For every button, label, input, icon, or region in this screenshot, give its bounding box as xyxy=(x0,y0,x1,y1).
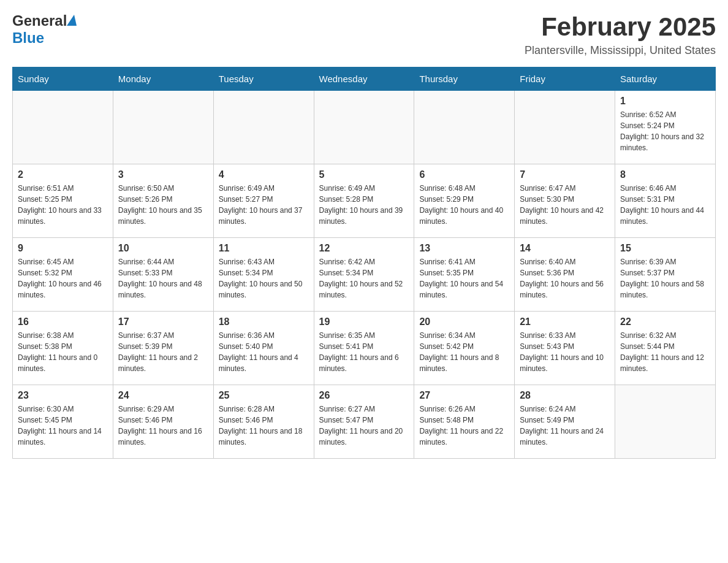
day-number: 19 xyxy=(319,316,409,327)
col-friday: Friday xyxy=(515,67,615,91)
calendar-week-row-3: 9Sunrise: 6:45 AMSunset: 5:32 PMDaylight… xyxy=(13,238,716,312)
day-number: 13 xyxy=(419,243,509,254)
calendar-cell: 13Sunrise: 6:41 AMSunset: 5:35 PMDayligh… xyxy=(414,238,515,312)
calendar-cell: 4Sunrise: 6:49 AMSunset: 5:27 PMDaylight… xyxy=(213,164,314,238)
day-info: Sunrise: 6:24 AMSunset: 5:49 PMDaylight:… xyxy=(520,404,610,448)
day-number: 9 xyxy=(18,243,108,254)
calendar-cell: 12Sunrise: 6:42 AMSunset: 5:34 PMDayligh… xyxy=(314,238,414,312)
day-number: 3 xyxy=(118,169,208,180)
day-number: 25 xyxy=(219,390,309,401)
calendar-week-row-1: 1Sunrise: 6:52 AMSunset: 5:24 PMDaylight… xyxy=(13,91,716,164)
day-info: Sunrise: 6:30 AMSunset: 5:45 PMDaylight:… xyxy=(18,404,108,448)
day-info: Sunrise: 6:52 AMSunset: 5:24 PMDaylight:… xyxy=(620,109,710,153)
day-number: 17 xyxy=(118,316,208,327)
calendar-cell: 6Sunrise: 6:48 AMSunset: 5:29 PMDaylight… xyxy=(414,164,515,238)
calendar-cell xyxy=(113,91,213,164)
calendar-cell xyxy=(314,91,414,164)
calendar-cell: 22Sunrise: 6:32 AMSunset: 5:44 PMDayligh… xyxy=(615,312,716,385)
calendar-cell: 19Sunrise: 6:35 AMSunset: 5:41 PMDayligh… xyxy=(314,312,414,385)
day-info: Sunrise: 6:49 AMSunset: 5:27 PMDaylight:… xyxy=(219,183,309,227)
day-info: Sunrise: 6:29 AMSunset: 5:46 PMDaylight:… xyxy=(118,404,208,448)
calendar-cell: 17Sunrise: 6:37 AMSunset: 5:39 PMDayligh… xyxy=(113,312,213,385)
col-sunday: Sunday xyxy=(13,67,113,91)
day-info: Sunrise: 6:42 AMSunset: 5:34 PMDaylight:… xyxy=(319,256,409,301)
day-info: Sunrise: 6:32 AMSunset: 5:44 PMDaylight:… xyxy=(620,330,710,374)
calendar-cell: 24Sunrise: 6:29 AMSunset: 5:46 PMDayligh… xyxy=(113,385,213,459)
col-tuesday: Tuesday xyxy=(213,67,314,91)
day-number: 8 xyxy=(620,169,710,180)
day-number: 18 xyxy=(219,316,309,327)
calendar-week-row-2: 2Sunrise: 6:51 AMSunset: 5:25 PMDaylight… xyxy=(13,164,716,238)
calendar-cell xyxy=(13,91,113,164)
day-info: Sunrise: 6:36 AMSunset: 5:40 PMDaylight:… xyxy=(219,330,309,374)
calendar-cell xyxy=(615,385,716,459)
day-info: Sunrise: 6:50 AMSunset: 5:26 PMDaylight:… xyxy=(118,183,208,227)
calendar-cell: 2Sunrise: 6:51 AMSunset: 5:25 PMDaylight… xyxy=(13,164,113,238)
calendar-cell: 27Sunrise: 6:26 AMSunset: 5:48 PMDayligh… xyxy=(414,385,515,459)
day-number: 2 xyxy=(18,169,108,180)
col-thursday: Thursday xyxy=(414,67,515,91)
calendar-cell: 1Sunrise: 6:52 AMSunset: 5:24 PMDaylight… xyxy=(615,91,716,164)
day-info: Sunrise: 6:27 AMSunset: 5:47 PMDaylight:… xyxy=(319,404,409,448)
calendar-cell: 15Sunrise: 6:39 AMSunset: 5:37 PMDayligh… xyxy=(615,238,716,312)
day-info: Sunrise: 6:41 AMSunset: 5:35 PMDaylight:… xyxy=(419,256,509,301)
day-number: 10 xyxy=(118,243,208,254)
day-number: 5 xyxy=(319,169,409,180)
calendar-cell: 10Sunrise: 6:44 AMSunset: 5:33 PMDayligh… xyxy=(113,238,213,312)
calendar-week-row-5: 23Sunrise: 6:30 AMSunset: 5:45 PMDayligh… xyxy=(13,385,716,459)
day-info: Sunrise: 6:44 AMSunset: 5:33 PMDaylight:… xyxy=(118,256,208,301)
day-info: Sunrise: 6:49 AMSunset: 5:28 PMDaylight:… xyxy=(319,183,409,227)
day-info: Sunrise: 6:26 AMSunset: 5:48 PMDaylight:… xyxy=(419,404,509,448)
day-number: 22 xyxy=(620,316,710,327)
day-number: 28 xyxy=(520,390,610,401)
calendar-cell: 16Sunrise: 6:38 AMSunset: 5:38 PMDayligh… xyxy=(13,312,113,385)
calendar-cell: 23Sunrise: 6:30 AMSunset: 5:45 PMDayligh… xyxy=(13,385,113,459)
day-info: Sunrise: 6:43 AMSunset: 5:34 PMDaylight:… xyxy=(219,256,309,301)
day-number: 27 xyxy=(419,390,509,401)
logo-general-text: General xyxy=(12,12,67,29)
day-info: Sunrise: 6:47 AMSunset: 5:30 PMDaylight:… xyxy=(520,183,610,227)
day-info: Sunrise: 6:40 AMSunset: 5:36 PMDaylight:… xyxy=(520,256,610,301)
day-info: Sunrise: 6:33 AMSunset: 5:43 PMDaylight:… xyxy=(520,330,610,374)
day-number: 23 xyxy=(18,390,108,401)
calendar-cell xyxy=(414,91,515,164)
calendar-cell: 26Sunrise: 6:27 AMSunset: 5:47 PMDayligh… xyxy=(314,385,414,459)
calendar-header-row: Sunday Monday Tuesday Wednesday Thursday… xyxy=(13,67,716,91)
day-info: Sunrise: 6:45 AMSunset: 5:32 PMDaylight:… xyxy=(18,256,108,301)
day-number: 16 xyxy=(18,316,108,327)
page-header: General Blue February 2025 Plantersville… xyxy=(12,12,716,57)
day-number: 1 xyxy=(620,96,710,107)
col-saturday: Saturday xyxy=(615,67,716,91)
logo-blue-text: Blue xyxy=(12,29,44,47)
day-number: 21 xyxy=(520,316,610,327)
day-number: 15 xyxy=(620,243,710,254)
month-title: February 2025 xyxy=(525,12,716,42)
calendar-cell: 5Sunrise: 6:49 AMSunset: 5:28 PMDaylight… xyxy=(314,164,414,238)
day-info: Sunrise: 6:35 AMSunset: 5:41 PMDaylight:… xyxy=(319,330,409,374)
day-info: Sunrise: 6:34 AMSunset: 5:42 PMDaylight:… xyxy=(419,330,509,374)
day-number: 6 xyxy=(419,169,509,180)
calendar-cell xyxy=(515,91,615,164)
col-monday: Monday xyxy=(113,67,213,91)
calendar-table: Sunday Monday Tuesday Wednesday Thursday… xyxy=(12,67,716,459)
day-info: Sunrise: 6:48 AMSunset: 5:29 PMDaylight:… xyxy=(419,183,509,227)
day-number: 7 xyxy=(520,169,610,180)
day-number: 11 xyxy=(219,243,309,254)
calendar-cell: 9Sunrise: 6:45 AMSunset: 5:32 PMDaylight… xyxy=(13,238,113,312)
location-subtitle: Plantersville, Mississippi, United State… xyxy=(525,44,716,57)
day-number: 20 xyxy=(419,316,509,327)
calendar-cell: 3Sunrise: 6:50 AMSunset: 5:26 PMDaylight… xyxy=(113,164,213,238)
calendar-cell: 14Sunrise: 6:40 AMSunset: 5:36 PMDayligh… xyxy=(515,238,615,312)
day-info: Sunrise: 6:37 AMSunset: 5:39 PMDaylight:… xyxy=(118,330,208,374)
calendar-cell: 28Sunrise: 6:24 AMSunset: 5:49 PMDayligh… xyxy=(515,385,615,459)
day-info: Sunrise: 6:28 AMSunset: 5:46 PMDaylight:… xyxy=(219,404,309,448)
calendar-cell: 11Sunrise: 6:43 AMSunset: 5:34 PMDayligh… xyxy=(213,238,314,312)
day-number: 26 xyxy=(319,390,409,401)
day-number: 14 xyxy=(520,243,610,254)
day-info: Sunrise: 6:51 AMSunset: 5:25 PMDaylight:… xyxy=(18,183,108,227)
calendar-cell: 8Sunrise: 6:46 AMSunset: 5:31 PMDaylight… xyxy=(615,164,716,238)
logo-triangle-icon xyxy=(67,15,77,26)
calendar-cell: 18Sunrise: 6:36 AMSunset: 5:40 PMDayligh… xyxy=(213,312,314,385)
day-info: Sunrise: 6:46 AMSunset: 5:31 PMDaylight:… xyxy=(620,183,710,227)
calendar-cell xyxy=(213,91,314,164)
